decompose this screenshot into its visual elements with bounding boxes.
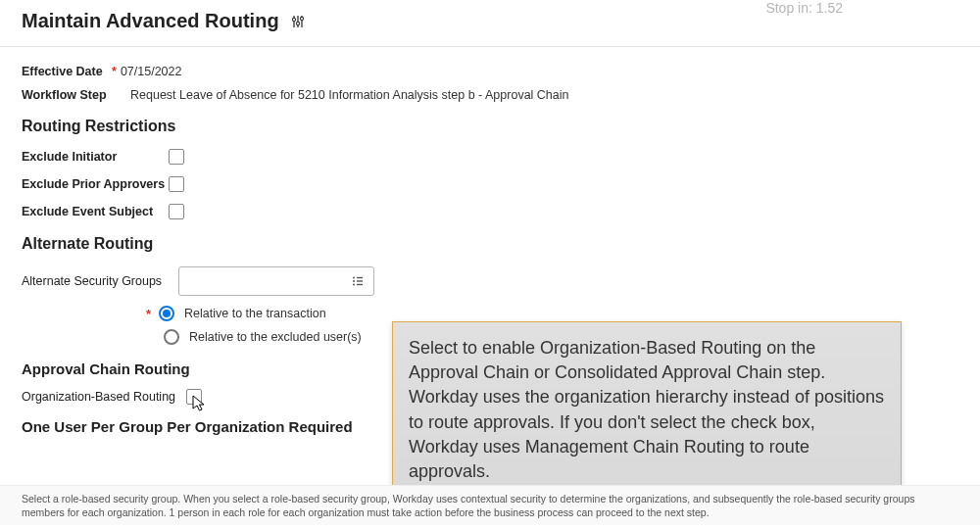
exclude-event-subject-checkbox[interactable]: [169, 204, 184, 219]
workflow-step-value: Request Leave of Absence for 5210 Inform…: [130, 88, 569, 102]
page-title: Maintain Advanced Routing: [22, 10, 279, 32]
required-star-icon: *: [146, 307, 151, 321]
relative-excluded-label: Relative to the excluded user(s): [189, 330, 362, 344]
exclude-initiator-label: Exclude Initiator: [22, 150, 169, 164]
relative-transaction-row: * Relative to the transaction: [164, 306, 958, 321]
workflow-step-row: Workflow Step Request Leave of Absence f…: [22, 88, 958, 102]
exclude-initiator-checkbox[interactable]: [169, 149, 184, 165]
svg-point-6: [353, 277, 355, 279]
exclude-event-subject-row: Exclude Event Subject: [22, 204, 958, 219]
footer-help-text: Select a role-based security group. When…: [0, 485, 980, 525]
workflow-step-label: Workflow Step: [22, 88, 115, 102]
svg-point-5: [300, 17, 303, 20]
svg-point-1: [292, 18, 295, 21]
effective-date-value: 07/15/2022: [121, 65, 182, 78]
exclude-initiator-row: Exclude Initiator: [22, 149, 958, 165]
alternate-routing-heading: Alternate Routing: [22, 235, 958, 253]
mouse-cursor-icon: [191, 394, 209, 413]
relative-excluded-radio[interactable]: [164, 329, 179, 345]
svg-point-8: [353, 280, 355, 282]
exclude-prior-approvers-row: Exclude Prior Approvers: [22, 176, 958, 192]
alternate-security-groups-input[interactable]: [187, 267, 350, 295]
top-timer-text: Stop in: 1.52: [765, 0, 843, 16]
effective-date-label: Effective Date: [22, 65, 110, 78]
alternate-security-groups-label: Alternate Security Groups: [22, 274, 178, 288]
exclude-prior-approvers-checkbox[interactable]: [169, 176, 184, 192]
routing-restrictions-heading: Routing Restrictions: [22, 118, 958, 135]
alternate-security-groups-input-wrap[interactable]: [178, 266, 374, 296]
exclude-prior-approvers-label: Exclude Prior Approvers: [22, 177, 169, 191]
organization-based-routing-checkbox[interactable]: [186, 389, 202, 405]
effective-date-row: Effective Date * 07/15/2022: [22, 65, 958, 78]
prompt-list-icon[interactable]: [350, 273, 366, 289]
svg-point-10: [353, 284, 355, 286]
exclude-event-subject-label: Exclude Event Subject: [22, 205, 169, 218]
relative-transaction-label: Relative to the transaction: [184, 307, 326, 320]
required-star-icon: *: [112, 65, 117, 78]
adjust-settings-icon[interactable]: [291, 15, 305, 28]
alternate-security-groups-row: Alternate Security Groups: [22, 266, 958, 296]
svg-point-3: [296, 22, 299, 24]
relative-transaction-radio[interactable]: [159, 306, 174, 321]
organization-based-routing-label: Organization-Based Routing: [22, 390, 186, 404]
